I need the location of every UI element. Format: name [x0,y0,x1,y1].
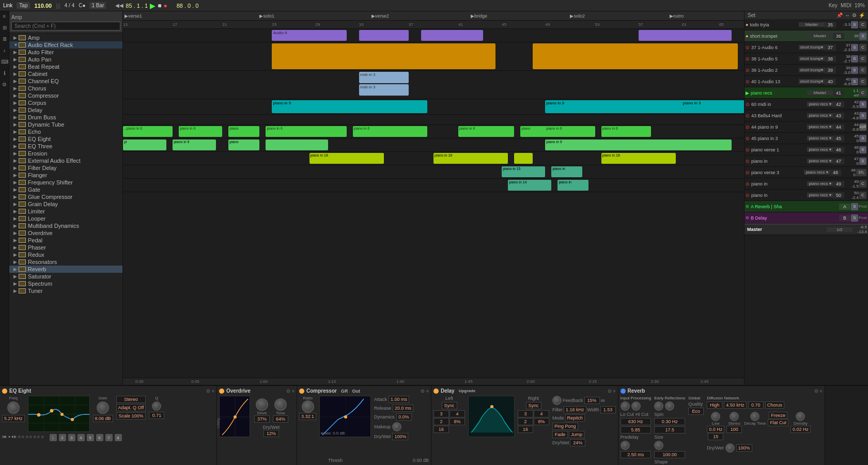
clip-piano-sm2[interactable]: piano in [557,180,588,191]
mixer-track-45[interactable]: ⊙ 45 piano in 3 piano recs ▾ 45 45 0 S [745,133,868,144]
overdrive-knob-visual[interactable] [234,415,237,419]
eq-point-2[interactable] [50,409,53,412]
reverb-quality[interactable]: Eco [688,408,704,415]
clip-pi3[interactable]: piano [228,140,259,150]
mixer-track-44[interactable]: ⊙ 44 piano in 9 piano recs ▾ 44 44 -0.8 … [745,121,868,133]
reverb-stereo-knob[interactable] [730,412,739,421]
eq-display[interactable] [28,396,90,432]
ping-pong-btn[interactable]: Ping Pong [552,423,578,430]
mixer-track-39[interactable]: ⊙ 39 1-Audio 2 short trump▾ 39 39 -3.0 S… [745,65,868,76]
mixer-expand-btn[interactable]: ↔ [845,12,850,18]
browser-item-echo[interactable]: ▶Echo [9,128,122,135]
compressor-power-btn[interactable] [299,389,304,394]
reverb-size-knob[interactable] [654,441,663,450]
mixer-amp-icon[interactable]: ⚡ [859,12,865,18]
left-sync[interactable]: Sync [442,402,457,409]
clip-pi5[interactable]: piano in 9 [545,140,732,150]
reverb-low-knob[interactable] [711,412,720,421]
browser-item-drum-buss[interactable]: ▶Drum Buss [9,114,122,121]
eq-point-1[interactable] [37,413,40,416]
browser-item-auto-pan[interactable]: ▶Auto Pan [9,56,122,63]
browser-item-spectrum[interactable]: ▶Spectrum [9,280,122,287]
key-label[interactable]: Key [829,3,838,8]
mixer-track-a-reverb[interactable]: ⊙ A Reverb | Sha A S Post [745,201,868,212]
browser-item-saturator[interactable]: ▶Saturator [9,273,122,280]
clip-orange1[interactable] [272,43,495,69]
right-sync[interactable]: Sync [526,402,541,409]
clip-piano6b[interactable]: piano in 6 [179,126,222,137]
bar-display[interactable]: 1 Bar [89,2,106,9]
mixer-track-50[interactable]: ⊙ piano in piano recs ▾ 50 50 -2.4 C [745,190,868,201]
eq-freq-knob[interactable] [7,401,20,414]
jump-btn[interactable]: Jump [569,431,584,438]
browser-item-external-audio-effect[interactable]: ▶External Audio Effect [9,157,122,164]
overdrive-settings-icon[interactable]: ⊙ ≡ [286,389,295,394]
browser-item-flanger[interactable]: ▶Flanger [9,172,122,179]
mixer-track-41-group[interactable]: ▶ piano recs Master 41 1.1 -inf C [745,87,868,99]
browser-item-amp[interactable]: ▶Amp [9,34,122,41]
browser-item-corpus[interactable]: ▶Corpus [9,99,122,106]
midi-label[interactable]: MIDI [841,3,851,8]
clip-audio6c[interactable] [421,30,483,41]
browser-item-channel-eq[interactable]: ▶Channel EQ [9,78,122,85]
browser-item-limiter[interactable]: ▶Limiter [9,208,122,215]
clip-piano6h[interactable]: piano in 6 [545,126,595,137]
mixer-pin-btn[interactable]: 📌 [836,12,843,18]
clip-piano6e[interactable]: piano in 6 [353,126,427,137]
solo-btn-36[interactable]: S [859,33,866,40]
arrange-icon[interactable]: ≣ [1,36,8,43]
clip-midi1[interactable]: midi in 3 [359,72,409,83]
mixer-track-48[interactable]: ⊙ piano verse 3 piano recs ▾ 48 48 0 37L [745,167,868,178]
clip-audio6d[interactable] [639,30,732,41]
browser-item-beat-repeat[interactable]: ▶Beat Repeat [9,63,122,70]
eq-mode[interactable]: Stereo [116,396,146,403]
reverb-density-knob[interactable] [796,412,805,421]
mixer-track-master[interactable]: Master 1/2 -8.5 -13.4 [745,224,868,235]
overdrive-tone-knob[interactable] [274,398,287,411]
browser-item-frequency-shifter[interactable]: ▶Frequency Shifter [9,179,122,186]
browser-item-tuner[interactable]: ▶Tuner [9,287,122,295]
browser-item-delay[interactable]: ▶Delay [9,106,122,114]
browser-item-cabinet[interactable]: ▶Cabinet [9,70,122,78]
reverb-decay-knob[interactable] [750,412,760,421]
clip-pi2[interactable]: piano in 9 [173,140,216,150]
eq-band-2[interactable]: 2 [59,434,66,441]
browser-item-looper[interactable]: ▶Looper [9,215,122,222]
settings-icon[interactable]: ⚙ [1,82,8,89]
reverb-lo-cut-knob[interactable] [621,401,630,411]
clip-piano6f[interactable]: piano in 6 [458,126,514,137]
mixer-track-47[interactable]: ⊙ piano in piano recs ▾ 47 47 0 S [745,156,868,167]
compressor-makeup-knob[interactable] [392,422,401,431]
info-icon[interactable]: ℹ [1,70,8,78]
reverb-predelay-knob[interactable] [621,441,630,450]
mixer-track-43[interactable]: ⊙ 43 Bells4 Hard piano recs ▾ 43 43 -4.8… [745,110,868,121]
time-sig[interactable]: 4 / 4 [65,3,74,8]
mixer-track-38[interactable]: ⊙ 38 1-Audio 5 short trump▾ 38 38 -2.7 S… [745,53,868,65]
browser-item-compressor[interactable]: ▶Compressor [9,92,122,99]
reverb-settings-icon[interactable]: ⊙ ≡ [814,389,823,394]
clip-piano15[interactable]: piano in 15 [502,166,545,177]
mixer-track-40[interactable]: ⊙ 40 1-Audio 13 short trump▾ 40 40 -6.9 … [745,76,868,87]
browser-item-pedal[interactable]: ▶Pedal [9,237,122,244]
eq-band-7[interactable]: 7 [105,434,113,441]
clip-piano9a[interactable]: piano in 9 [272,100,427,113]
clip-midi2[interactable]: midi in 3 [359,84,409,96]
eq-settings-icon[interactable]: ⊙ ≡ [206,389,214,394]
browser-item-chorus[interactable]: ▶Chorus [9,85,122,92]
delay-infinity-icon[interactable]: ∞ [601,397,606,404]
browser-item-redux[interactable]: ▶Redux [9,251,122,258]
play-button[interactable]: ▶ [150,2,156,10]
clip-piano18d[interactable]: piano in 18 [601,153,676,164]
clip-piano18b[interactable]: piano in 18 [433,153,508,164]
eq-band-5[interactable]: 5 [87,434,94,441]
eq-point-3[interactable] [60,413,64,416]
midi-icon[interactable]: ⌨ [1,59,8,66]
clip-piano3[interactable]: piano in 3 [682,100,744,113]
clip-piano6c[interactable]: piano [228,126,259,137]
mixer-track-42[interactable]: ⊙ 60 midi in piano recs ▾ 42 42 -5.5 S [745,99,868,110]
browser-item-grain-delay[interactable]: ▶Grain Delay [9,200,122,208]
mixer-track-36[interactable]: ● short trumpet Master 36 36 S [745,30,868,42]
eq-point-4[interactable] [71,418,74,421]
browser-item-resonators[interactable]: ▶Resonators [9,258,122,266]
mixer-track-37[interactable]: ⊙ 37 1-Audio 6 short trump▾ 37 37 -2.3 S… [745,42,868,53]
